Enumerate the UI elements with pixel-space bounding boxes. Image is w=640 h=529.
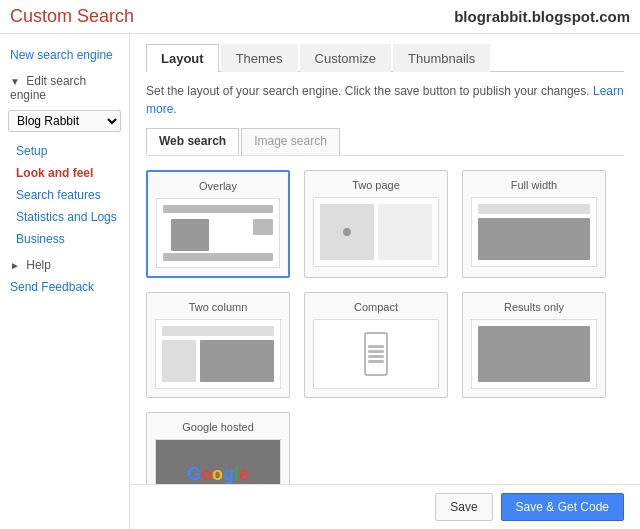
sidebar: New search engine ▼ Edit search engine B… [0,34,130,529]
fullwidth-block [478,218,590,260]
layout-card-google-hosted[interactable]: Google hosted Google [146,412,290,484]
sidebar-item-statistics-logs[interactable]: Statistics and Logs [0,206,129,228]
help-arrow-icon: ► [10,260,20,271]
sidebar-help[interactable]: ► Help [0,250,129,276]
layout-grid: Overlay Two page [146,170,606,484]
layout-label-full-width: Full width [471,179,597,191]
search-type-tabs: Web search Image search [146,128,624,156]
google-logo-text: Google [187,464,249,485]
results-only-block [478,326,590,382]
engine-select[interactable]: Blog Rabbit [8,110,121,132]
tab-web-search[interactable]: Web search [146,128,239,155]
sidebar-dropdown-wrapper: Blog Rabbit [8,110,121,132]
compact-preview-inner [314,320,438,388]
compact-phone [364,332,388,376]
layout-preview-two-column [155,319,281,389]
tab-customize[interactable]: Customize [300,44,391,72]
arrow-icon: ▼ [10,76,20,87]
layout-card-results-only[interactable]: Results only [462,292,606,398]
layout-preview-overlay [156,198,280,268]
overlay-block-bottom [163,253,273,261]
layout-card-compact[interactable]: Compact [304,292,448,398]
layout-label-google-hosted: Google hosted [155,421,281,433]
phone-bar-3 [368,355,384,358]
two-column-cols [162,340,274,382]
app: Custom Search blograbbit.blogspot.com Ne… [0,0,640,529]
overlay-block-main [171,219,209,251]
results-only-preview-inner [472,320,596,388]
two-page-left [320,204,374,260]
fullwidth-bar [478,204,590,214]
phone-bar-2 [368,350,384,353]
sidebar-edit-label: ▼ Edit search engine [0,70,129,106]
sidebar-item-search-features[interactable]: Search features [0,184,129,206]
app-title: Custom Search [10,6,134,27]
layout-label-compact: Compact [313,301,439,313]
save-get-code-button[interactable]: Save & Get Code [501,493,624,521]
layout-preview-full-width [471,197,597,267]
google-hosted-preview-inner: Google [156,440,280,484]
two-column-top-bar [162,326,274,336]
tab-thumbnails[interactable]: Thumbnails [393,44,490,72]
layout-label-two-page: Two page [313,179,439,191]
main-tabs: Layout Themes Customize Thumbnails [146,44,624,72]
two-page-preview-inner [314,198,438,266]
layout-card-two-column[interactable]: Two column [146,292,290,398]
sidebar-feedback[interactable]: Send Feedback [0,276,129,298]
save-button[interactable]: Save [435,493,492,521]
layout-card-full-width[interactable]: Full width [462,170,606,278]
sidebar-new-engine[interactable]: New search engine [0,44,129,70]
layout-area: Overlay Two page [146,170,624,484]
two-page-right [378,204,432,260]
layout-label-results-only: Results only [471,301,597,313]
layout-card-overlay[interactable]: Overlay [146,170,290,278]
two-column-col-large [200,340,274,382]
full-width-preview-inner [472,198,596,266]
layout-label-overlay: Overlay [156,180,280,192]
layout-preview-compact [313,319,439,389]
tab-themes[interactable]: Themes [221,44,298,72]
tab-layout[interactable]: Layout [146,44,219,72]
main-wrapper: Layout Themes Customize Thumbnails Set t… [130,34,640,529]
layout-preview-google-hosted: Google [155,439,281,484]
content-area: New search engine ▼ Edit search engine B… [0,34,640,529]
two-column-preview-inner [156,320,280,388]
blog-url: blograbbit.blogspot.com [454,8,630,25]
sidebar-item-look-and-feel[interactable]: Look and feel [0,162,129,184]
footer: Save Save & Get Code [130,484,640,529]
two-column-col-small [162,340,196,382]
sidebar-item-business[interactable]: Business [0,228,129,250]
description: Set the layout of your search engine. Cl… [146,82,624,118]
two-page-dot [343,228,351,236]
tab-image-search[interactable]: Image search [241,128,340,155]
phone-bar-1 [368,345,384,348]
layout-preview-two-page [313,197,439,267]
layout-label-two-column: Two column [155,301,281,313]
sidebar-item-setup[interactable]: Setup [0,140,129,162]
phone-bar-4 [368,360,384,363]
layout-preview-results-only [471,319,597,389]
layout-card-two-page[interactable]: Two page [304,170,448,278]
overlay-block-side [253,219,273,235]
header: Custom Search blograbbit.blogspot.com [0,0,640,34]
main-content: Layout Themes Customize Thumbnails Set t… [130,34,640,484]
overlay-bar-top [163,205,273,213]
